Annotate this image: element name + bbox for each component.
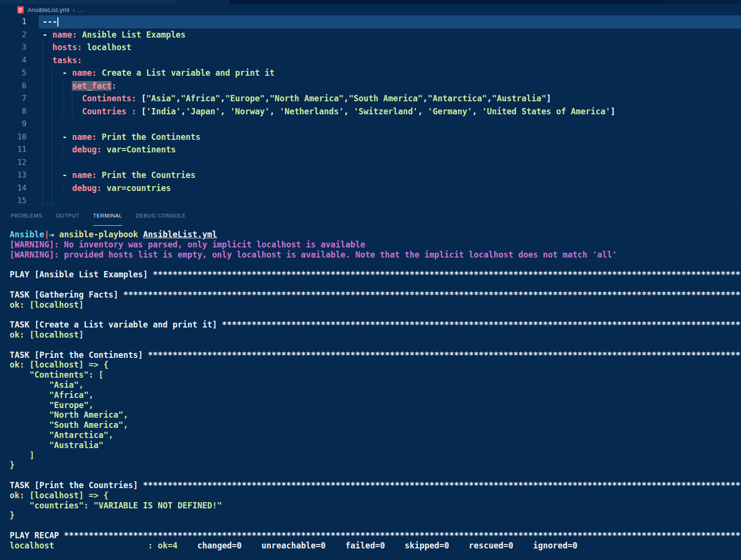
- editor-line[interactable]: 7 Continents: ["Asia","Africa","Europe",…: [0, 92, 741, 105]
- code-token: localhost: [82, 42, 131, 52]
- code-line-content[interactable]: debug: var=countries: [39, 182, 741, 195]
- terminal-text: changed=0 unreachable=0 failed=0 skipped…: [178, 541, 577, 550]
- code-token: 'Switzerland': [354, 107, 418, 116]
- active-tab-sliver[interactable]: [0, 0, 175, 4]
- code-token: ,: [487, 94, 492, 103]
- inactive-tab-sliver[interactable]: [175, 0, 229, 4]
- code-line-content[interactable]: - name: Ansible List Examples: [39, 28, 741, 41]
- editor-line[interactable]: 13 - name: Print the Countries: [0, 169, 741, 182]
- code-line-content[interactable]: [39, 118, 741, 131]
- line-number: 3: [0, 41, 39, 54]
- code-token: [126, 107, 131, 116]
- editor-line[interactable]: 15: [0, 194, 741, 205]
- terminal-line: }: [10, 460, 741, 470]
- tab-terminal[interactable]: TERMINAL: [93, 205, 122, 226]
- breadcrumb[interactable]: AnsibleList.yml › ...: [0, 4, 741, 15]
- code-token: 'Japan': [186, 107, 220, 116]
- code-token: ,: [343, 107, 353, 116]
- terminal-line: "Europe",: [10, 400, 741, 410]
- indent-guide: [42, 131, 43, 144]
- code-line-content[interactable]: tasks:: [39, 54, 741, 67]
- code-token: set_fact: [72, 81, 111, 91]
- code-line-content[interactable]: ---: [39, 15, 741, 28]
- terminal-line: [10, 520, 741, 531]
- code-line-content[interactable]: [39, 156, 741, 169]
- code-line-content[interactable]: [39, 194, 741, 205]
- indent-guide: [42, 67, 43, 80]
- code-token: Ansible List Examples: [77, 30, 186, 40]
- editor-line[interactable]: 14 debug: var=countries: [0, 182, 741, 195]
- code-line-content[interactable]: - name: Print the Continents: [39, 131, 741, 144]
- code-token: -: [42, 68, 72, 78]
- terminal-text: ansible-playbook: [59, 230, 143, 239]
- terminal-text: PLAY RECAP *****************************…: [10, 531, 741, 540]
- line-number: 1: [0, 15, 39, 28]
- code-line-content[interactable]: Countries : ['India','Japan', 'Norway', …: [39, 105, 741, 118]
- code-token: "Europe": [225, 94, 265, 103]
- code-token: "Antarctica": [427, 94, 487, 103]
- terminal-text: TASK [Create a List variable and print i…: [10, 320, 741, 329]
- code-token: name:: [72, 170, 96, 180]
- code-line-content[interactable]: - name: Create a List variable and print…: [39, 67, 741, 80]
- indent-guide: [52, 169, 53, 182]
- code-line-content[interactable]: Continents: ["Asia","Africa","Europe","N…: [39, 92, 741, 105]
- code-line-content[interactable]: hosts: localhost: [39, 41, 741, 54]
- terminal-text: "South America",: [10, 420, 128, 430]
- code-token: ]: [610, 107, 615, 116]
- code-token: 'India': [146, 107, 181, 116]
- editor-line[interactable]: 10 - name: Print the Continents: [0, 131, 741, 144]
- terminal-line: TASK [Print the Continents] ************…: [10, 350, 741, 360]
- code-token: ,: [418, 107, 427, 116]
- indent-guide: [52, 80, 53, 93]
- terminal-output[interactable]: Ansible|⇒ ansible-playbook AnsibleList.y…: [0, 226, 741, 560]
- code-line-content[interactable]: - name: Print the Countries: [39, 169, 741, 182]
- indent-guide: [42, 169, 43, 182]
- terminal-line: "Africa",: [10, 390, 741, 400]
- editor-line[interactable]: 4 tasks:: [0, 54, 741, 67]
- terminal-line: [10, 310, 741, 320]
- breadcrumb-symbol-ellipsis[interactable]: ...: [78, 6, 85, 14]
- indent-guide: [72, 105, 72, 118]
- indent-guide: [42, 92, 43, 105]
- terminal-line: TASK [Create a List variable and print i…: [10, 320, 741, 330]
- terminal-line: PLAY [Ansible List Examples] ***********…: [10, 270, 741, 280]
- editor-line[interactable]: 3 hosts: localhost: [0, 41, 741, 54]
- line-number: 14: [0, 182, 39, 195]
- tab-output[interactable]: OUTPUT: [56, 205, 80, 226]
- terminal-text: }: [10, 510, 14, 520]
- editor-line[interactable]: 12: [0, 156, 741, 169]
- terminal-text: ok: [localhost]: [10, 300, 84, 310]
- line-number: 9: [0, 118, 39, 131]
- terminal-line: ]: [10, 451, 741, 461]
- terminal-text: "Asia",: [10, 380, 84, 390]
- editor-line[interactable]: 1---: [0, 15, 741, 28]
- code-token: [42, 183, 72, 193]
- terminal-text: ok: [localhost]: [10, 330, 84, 340]
- editor-line[interactable]: 5 - name: Create a List variable and pri…: [0, 67, 741, 80]
- code-line-content[interactable]: set_fact:: [39, 80, 741, 93]
- code-token: "Africa": [181, 94, 220, 103]
- code-token: "North America": [270, 94, 344, 103]
- editor-line[interactable]: 6 set_fact:: [0, 80, 741, 93]
- code-line-content[interactable]: debug: var=Continents: [39, 143, 741, 156]
- editor-line[interactable]: 8 Countries : ['India','Japan', 'Norway'…: [0, 105, 741, 118]
- code-token: [42, 55, 52, 65]
- code-editor[interactable]: 1---2- name: Ansible List Examples3 host…: [0, 15, 741, 205]
- tabbar-edge: [663, 0, 741, 4]
- editor-line[interactable]: 11 debug: var=Continents: [0, 143, 741, 156]
- terminal-text: "North America",: [10, 410, 128, 420]
- editor-line[interactable]: 2- name: Ansible List Examples: [0, 28, 741, 41]
- tab-problems[interactable]: PROBLEMS: [11, 205, 42, 226]
- code-token: "Asia": [146, 94, 176, 103]
- breadcrumb-filename[interactable]: AnsibleList.yml: [27, 6, 69, 14]
- terminal-text: [WARNING]: provided hosts list is empty,…: [10, 250, 617, 260]
- code-token: -: [42, 170, 72, 180]
- terminal-text: ok: [localhost] => {: [10, 491, 109, 500]
- code-token: ,: [220, 94, 225, 103]
- tab-debug-console[interactable]: DEBUG CONSOLE: [136, 205, 186, 226]
- yaml-file-icon: [17, 6, 24, 14]
- line-number: 15: [0, 194, 39, 205]
- vscode-window: AnsibleList.yml › ... 1---2- name: Ansib…: [0, 0, 741, 560]
- editor-line[interactable]: 9: [0, 118, 741, 131]
- line-number: 5: [0, 67, 39, 80]
